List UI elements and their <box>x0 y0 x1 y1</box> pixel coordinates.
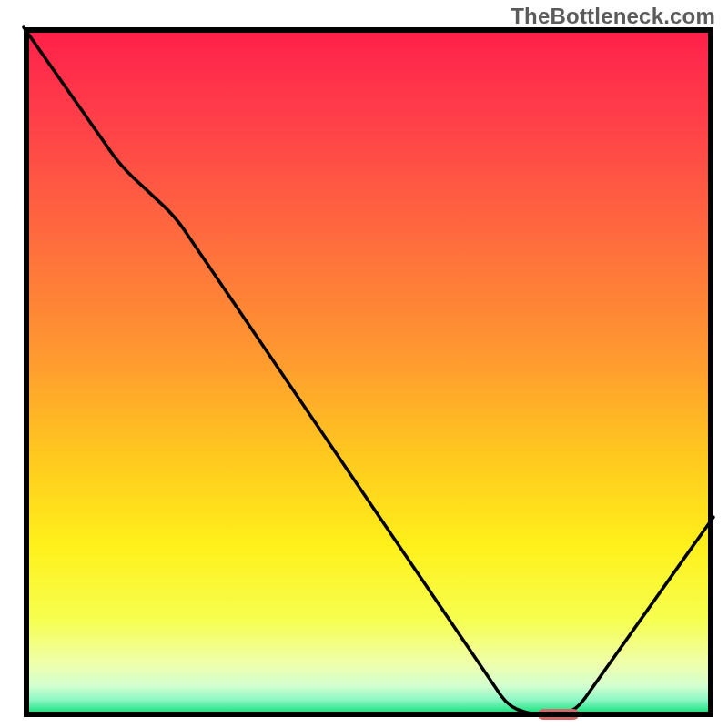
chart-stage: TheBottleneck.com <box>0 0 728 728</box>
watermark-label: TheBottleneck.com <box>511 4 715 29</box>
chart-svg <box>0 0 728 728</box>
chart-background <box>24 27 713 717</box>
plateau-marker <box>538 709 579 720</box>
